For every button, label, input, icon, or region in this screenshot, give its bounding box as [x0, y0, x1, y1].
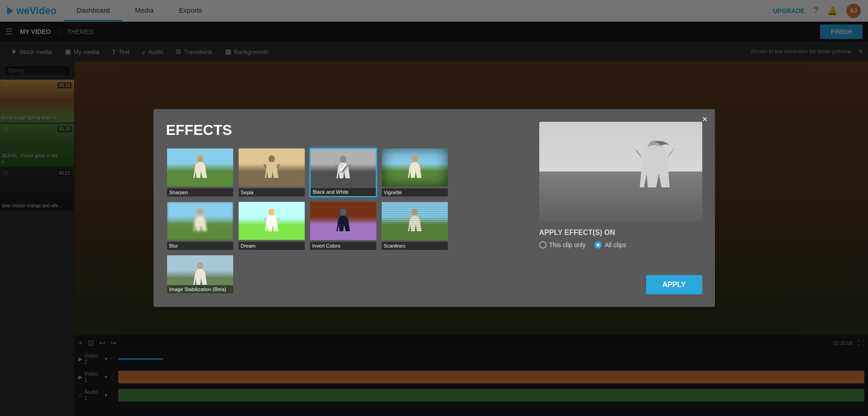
svg-point-4 — [197, 209, 203, 216]
effect-bw[interactable]: ✓ Black and White — [309, 148, 377, 197]
person-silhouette — [191, 209, 209, 234]
modal-preview-panel: APPLY EFFECT(S) ON This clip only All cl… — [539, 122, 702, 294]
radio-group: This clip only All clips — [539, 241, 702, 249]
effect-stabilize-label: Image Stabilization (Beta) — [167, 285, 233, 293]
effect-vignette-thumb — [382, 148, 448, 186]
apply-button[interactable]: APPLY — [646, 275, 702, 294]
person-silhouette — [406, 209, 424, 234]
person-silhouette — [191, 262, 209, 287]
radio-circle-all-clips — [595, 241, 602, 249]
effect-blur[interactable]: Blur — [166, 201, 234, 251]
svg-point-7 — [412, 209, 418, 216]
effect-sharpen[interactable]: Sharpen — [166, 148, 234, 197]
svg-point-0 — [197, 155, 203, 163]
effects-modal: × EFFECTS Sharpen — [153, 109, 715, 307]
modal-close-button[interactable]: × — [702, 115, 708, 124]
person-silhouette — [334, 209, 352, 234]
effect-sepia-thumb — [239, 148, 305, 186]
effect-invert-label: Invert Colors — [310, 242, 376, 250]
effect-vignette-label: Vignette — [382, 188, 448, 196]
preview-field — [539, 172, 702, 221]
radio-this-clip[interactable]: This clip only — [539, 241, 586, 249]
effects-title: EFFECTS — [166, 122, 525, 139]
person-silhouette — [406, 155, 424, 180]
radio-all-clips[interactable]: All clips — [595, 241, 626, 249]
radio-this-clip-label: This clip only — [549, 241, 586, 249]
effect-dream-thumb — [239, 202, 305, 240]
effect-sharpen-thumb — [167, 148, 233, 186]
svg-point-3 — [412, 155, 418, 163]
effect-blur-thumb — [167, 202, 233, 240]
preview-sky — [539, 122, 702, 177]
effect-sepia-label: Sepia — [239, 188, 305, 196]
apply-effects-section: APPLY EFFECT(S) ON This clip only All cl… — [539, 229, 702, 249]
effect-invert[interactable]: Invert Colors — [309, 201, 377, 251]
effect-bw-label: Black and White — [311, 188, 376, 196]
svg-point-5 — [269, 209, 275, 216]
effect-scanlines-thumb — [382, 202, 448, 240]
svg-point-8 — [197, 262, 203, 269]
person-silhouette — [263, 155, 281, 180]
effect-invert-thumb — [310, 202, 376, 240]
effect-sepia[interactable]: Sepia — [238, 148, 306, 197]
svg-point-6 — [340, 209, 346, 216]
effect-scanlines-label: Scanlines — [382, 242, 448, 250]
effect-check-icon: ✓ — [338, 161, 348, 176]
effect-bw-thumb: ✓ — [311, 149, 376, 187]
preview-image-box — [539, 122, 702, 221]
effect-scanlines[interactable]: Scanlines — [381, 201, 449, 251]
effect-dream-label: Dream — [239, 242, 305, 250]
effect-dream[interactable]: Dream — [238, 201, 306, 251]
radio-all-clips-label: All clips — [604, 241, 626, 249]
apply-effects-label: APPLY EFFECT(S) ON — [539, 229, 702, 237]
radio-circle-this-clip — [539, 241, 547, 249]
effect-vignette[interactable]: Vignette — [381, 148, 449, 197]
effect-sharpen-label: Sharpen — [167, 188, 233, 196]
effects-overlay: × EFFECTS Sharpen — [0, 0, 868, 416]
effect-stabilize[interactable]: Image Stabilization (Beta) — [166, 254, 234, 294]
effects-panel: EFFECTS Sharpen — [166, 122, 525, 294]
person-silhouette — [263, 209, 281, 234]
radio-inner — [597, 244, 599, 246]
person-silhouette — [191, 155, 209, 180]
preview-woman-silhouette — [634, 140, 675, 208]
effects-grid: Sharpen Sepia — [166, 148, 525, 294]
svg-point-1 — [269, 155, 275, 163]
effect-blur-label: Blur — [167, 242, 233, 250]
